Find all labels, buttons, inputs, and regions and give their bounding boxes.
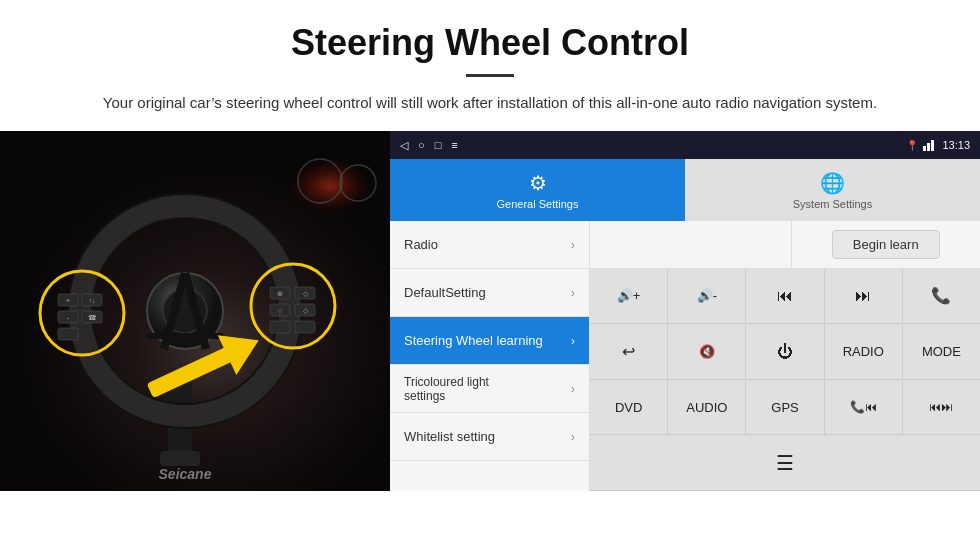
menu-list: Radio › DefaultSetting › Steering Wheel … <box>390 221 590 491</box>
menu-item-default-setting[interactable]: DefaultSetting › <box>390 269 589 317</box>
title-divider <box>466 74 514 77</box>
controls-grid: 🔊+ 🔊- ⏮ ⏭ 📞 <box>590 269 980 491</box>
menu-btn[interactable]: ☰ <box>590 436 980 491</box>
chevron-right-icon: › <box>571 286 575 300</box>
vol-up-button[interactable]: 🔊+ <box>590 269 668 324</box>
top-row: Begin learn <box>590 221 980 269</box>
menu-item-steering-wheel[interactable]: Steering Wheel learning › <box>390 317 589 365</box>
tab-system-label: System Settings <box>793 198 872 210</box>
menu-whitelist-label: Whitelist setting <box>404 429 495 444</box>
audio-button[interactable]: AUDIO <box>668 381 746 436</box>
phone-prev-icon: 📞⏮ <box>850 400 877 414</box>
phone-icon: 📞 <box>931 286 951 305</box>
chevron-right-icon: › <box>571 238 575 252</box>
content-area: + ↑↓ - ☎ ⊕ ◇ ○ ◇ <box>0 131 980 491</box>
main-content: Radio › DefaultSetting › Steering Wheel … <box>390 221 980 491</box>
svg-text:↑↓: ↑↓ <box>89 297 96 304</box>
gps-button[interactable]: GPS <box>746 381 824 436</box>
svg-rect-18 <box>58 328 78 340</box>
prev-track-icon: ⏮ <box>777 287 793 305</box>
tab-general-label: General Settings <box>497 198 579 210</box>
menu-item-radio[interactable]: Radio › <box>390 221 589 269</box>
clock: 13:13 <box>942 139 970 151</box>
power-icon: ⏻ <box>777 343 793 361</box>
home-icon: ○ <box>418 139 425 151</box>
wifi-icon <box>923 140 934 151</box>
status-right: 📍 13:13 <box>906 139 970 151</box>
dvd-button[interactable]: DVD <box>590 381 668 436</box>
vol-up-icon: 🔊+ <box>617 288 641 303</box>
svg-text:⊕: ⊕ <box>277 290 283 297</box>
mode-label: MODE <box>922 344 961 359</box>
radio-section <box>590 221 792 268</box>
menu-item-tricoloured[interactable]: Tricoloured lightsettings › <box>390 365 589 413</box>
page-title: Steering Wheel Control <box>60 22 920 64</box>
mute-icon: 🔇 <box>699 344 715 359</box>
status-icons: ◁ ○ □ ≡ <box>400 139 458 152</box>
back-icon: ◁ <box>400 139 408 152</box>
tab-bar: ⚙ General Settings 🌐 System Settings <box>390 159 980 221</box>
phone-prev-button[interactable]: 📞⏮ <box>825 381 903 436</box>
dvd-label: DVD <box>615 400 642 415</box>
vol-down-icon: 🔊- <box>697 288 717 303</box>
back-button[interactable]: ↩ <box>590 325 668 380</box>
prev-track-button[interactable]: ⏮ <box>746 269 824 324</box>
gps-label: GPS <box>771 400 798 415</box>
mode-button[interactable]: MODE <box>903 325 980 380</box>
gear-icon: ⚙ <box>529 171 547 195</box>
svg-text:☎: ☎ <box>88 314 97 321</box>
return-icon: ↩ <box>622 342 635 361</box>
controls-row-4: ☰ <box>590 436 980 491</box>
controls-row-2: ↩ 🔇 ⏻ RADIO MOD <box>590 325 980 381</box>
page-wrapper: Steering Wheel Control Your original car… <box>0 0 980 491</box>
status-bar: ◁ ○ □ ≡ 📍 13:13 <box>390 131 980 159</box>
recent-icon: □ <box>435 139 442 151</box>
location-icon: 📍 <box>906 140 918 151</box>
tab-general-settings[interactable]: ⚙ General Settings <box>390 159 685 221</box>
subtitle-text: Your original car’s steering wheel contr… <box>60 91 920 115</box>
chevron-right-icon: › <box>571 382 575 396</box>
tab-system-settings[interactable]: 🌐 System Settings <box>685 159 980 221</box>
next-track-icon: ⏭ <box>855 287 871 305</box>
right-panel: Begin learn 🔊+ 🔊- <box>590 221 980 491</box>
menu-item-whitelist[interactable]: Whitelist setting › <box>390 413 589 461</box>
android-ui: ◁ ○ □ ≡ 📍 13:13 ⚙ <box>390 131 980 491</box>
next-track-button[interactable]: ⏭ <box>825 269 903 324</box>
audio-label: AUDIO <box>686 400 727 415</box>
begin-learn-button[interactable]: Begin learn <box>832 230 940 259</box>
vol-down-button[interactable]: 🔊- <box>668 269 746 324</box>
svg-text:Seicane: Seicane <box>159 466 212 482</box>
globe-icon: 🌐 <box>820 171 845 195</box>
car-image-section: + ↑↓ - ☎ ⊕ ◇ ○ ◇ <box>0 131 390 491</box>
menu-steering-label: Steering Wheel learning <box>404 333 543 348</box>
radio-label: RADIO <box>843 344 884 359</box>
radio-button[interactable]: RADIO <box>825 325 903 380</box>
menu-icon: ≡ <box>451 139 457 151</box>
begin-learn-section: Begin learn <box>792 221 981 268</box>
chevron-right-icon: › <box>571 430 575 444</box>
skip-button[interactable]: ⏮⏭ <box>903 381 980 436</box>
skip-icon: ⏮⏭ <box>929 400 953 414</box>
controls-row-3: DVD AUDIO GPS 📞⏮ <box>590 381 980 437</box>
menu-default-label: DefaultSetting <box>404 285 486 300</box>
header-section: Steering Wheel Control Your original car… <box>0 0 980 131</box>
controls-row-1: 🔊+ 🔊- ⏮ ⏭ 📞 <box>590 269 980 325</box>
svg-text:○: ○ <box>278 307 282 314</box>
chevron-right-icon: › <box>571 334 575 348</box>
phone-button[interactable]: 📞 <box>903 269 980 324</box>
steering-wheel-svg: + ↑↓ - ☎ ⊕ ◇ ○ ◇ <box>0 131 390 491</box>
menu-list-icon: ☰ <box>776 451 794 475</box>
menu-radio-label: Radio <box>404 237 438 252</box>
svg-rect-28 <box>270 321 290 333</box>
menu-tricoloured-label: Tricoloured lightsettings <box>404 375 489 403</box>
svg-text:+: + <box>66 297 70 304</box>
power-button[interactable]: ⏻ <box>746 325 824 380</box>
svg-rect-5 <box>160 451 200 466</box>
mute-button[interactable]: 🔇 <box>668 325 746 380</box>
svg-rect-29 <box>295 321 315 333</box>
